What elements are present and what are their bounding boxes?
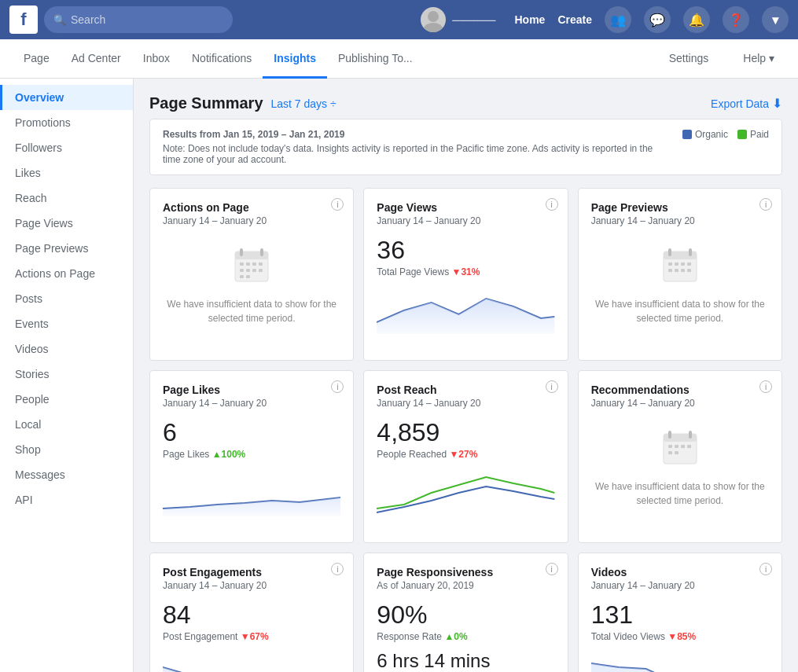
- insufficient-msg: We have insufficient data to show for th…: [163, 297, 340, 325]
- people-icon[interactable]: 👥: [605, 6, 631, 33]
- card-change: ▼85%: [667, 631, 696, 642]
- messenger-icon[interactable]: 💬: [644, 6, 671, 33]
- search-input[interactable]: [71, 13, 223, 26]
- info-icon-likes[interactable]: i: [331, 380, 344, 393]
- svg-point-1: [424, 23, 443, 32]
- svg-rect-6: [240, 263, 244, 266]
- info-icon-actions[interactable]: i: [331, 198, 344, 211]
- svg-rect-19: [689, 248, 692, 256]
- info-icon-responsiveness[interactable]: i: [546, 563, 558, 575]
- page-nav-adcenter[interactable]: Ad Center: [61, 39, 132, 79]
- calendar-icon: [232, 245, 271, 285]
- sidebar-item-people[interactable]: People: [0, 387, 133, 412]
- sidebar-item-overview[interactable]: Overview: [0, 85, 133, 110]
- svg-rect-18: [668, 248, 671, 256]
- page-nav-notifications[interactable]: Notifications: [181, 39, 263, 79]
- card-title: Videos: [591, 566, 769, 578]
- svg-rect-27: [687, 269, 691, 272]
- card-title: Page Views: [377, 201, 554, 214]
- sidebar-item-reach[interactable]: Reach: [0, 185, 133, 211]
- paid-dot: [737, 130, 747, 139]
- info-icon-engagements[interactable]: i: [331, 563, 344, 575]
- page-nav-page[interactable]: Page: [13, 39, 61, 79]
- card-label: Post Engagement ▼67%: [163, 631, 340, 642]
- card-date: January 14 – January 20: [377, 398, 554, 409]
- top-nav: f 🔍 ────── Home Create 👥 💬 🔔 ❓ ▾: [0, 0, 798, 39]
- svg-rect-4: [240, 248, 243, 256]
- sidebar-item-page-views[interactable]: Page Views: [0, 211, 133, 236]
- page-nav-help[interactable]: Help ▾: [732, 39, 785, 79]
- main-content: Page Summary Last 7 days ÷ Export Data ⬇…: [134, 79, 798, 672]
- svg-rect-22: [681, 263, 685, 266]
- info-date-range: Results from Jan 15, 2019 – Jan 21, 2019: [163, 129, 670, 140]
- mini-chart-pagelikes: [163, 469, 340, 516]
- sidebar-item-local[interactable]: Local: [0, 412, 133, 437]
- export-data-button[interactable]: Export Data ⬇: [711, 96, 782, 111]
- card-number: 6: [163, 418, 340, 447]
- info-icon-reach[interactable]: i: [546, 380, 558, 393]
- card-date: January 14 – January 20: [163, 398, 340, 409]
- download-icon: ⬇: [772, 96, 782, 111]
- svg-rect-20: [668, 263, 672, 266]
- svg-rect-11: [246, 269, 250, 272]
- sidebar-item-api[interactable]: API: [0, 487, 133, 512]
- sidebar-item-promotions[interactable]: Promotions: [0, 110, 133, 135]
- card-date: January 14 – January 20: [163, 580, 340, 591]
- svg-rect-23: [687, 263, 691, 266]
- info-icon-pageviews[interactable]: i: [546, 198, 558, 211]
- mini-chart-postreach: [377, 469, 554, 516]
- sidebar-item-stories[interactable]: Stories: [0, 362, 133, 387]
- page-nav-insights[interactable]: Insights: [263, 39, 327, 79]
- page-nav-settings[interactable]: Settings: [658, 39, 720, 79]
- card-title: Recommendations: [591, 384, 769, 396]
- legend-organic: Organic: [682, 129, 728, 140]
- help-icon[interactable]: ❓: [723, 6, 749, 33]
- card-date: January 14 – January 20: [591, 580, 769, 591]
- create-link[interactable]: Create: [557, 13, 592, 26]
- card-label: Page Likes ▲100%: [163, 449, 340, 460]
- bell-icon[interactable]: 🔔: [683, 6, 710, 33]
- calendar-icon: [660, 245, 700, 285]
- info-icon-recommendations[interactable]: i: [759, 380, 772, 393]
- sidebar-item-posts[interactable]: Posts: [0, 286, 133, 311]
- card-title: Page Likes: [163, 384, 340, 396]
- sidebar-item-shop[interactable]: Shop: [0, 437, 133, 462]
- mini-chart-pageviews: [377, 287, 554, 334]
- card-change: ▼27%: [449, 449, 477, 460]
- svg-rect-12: [252, 269, 256, 272]
- sidebar-item-likes[interactable]: Likes: [0, 160, 133, 185]
- sidebar-item-page-previews[interactable]: Page Previews: [0, 236, 133, 261]
- legend-paid: Paid: [737, 129, 769, 140]
- insufficient-msg: We have insufficient data to show for th…: [591, 479, 769, 508]
- nav-user-section: ──────: [421, 7, 495, 32]
- sidebar-item-messages[interactable]: Messages: [0, 462, 133, 487]
- info-banner: Results from Jan 15, 2019 – Jan 21, 2019…: [149, 119, 782, 175]
- page-nav-right: Settings Help ▾: [658, 39, 785, 78]
- card-page-views: i Page Views January 14 – January 20 36 …: [363, 188, 568, 361]
- card-page-likes: i Page Likes January 14 – January 20 6 P…: [149, 370, 354, 543]
- svg-rect-30: [668, 431, 671, 439]
- page-nav-inbox[interactable]: Inbox: [132, 39, 181, 79]
- avatar: [421, 7, 446, 32]
- card-title: Post Reach: [377, 384, 554, 396]
- sidebar-item-videos[interactable]: Videos: [0, 336, 133, 362]
- info-note: Note: Does not include today's data. Ins…: [163, 143, 670, 165]
- svg-rect-13: [259, 269, 263, 272]
- date-range-button[interactable]: Last 7 days ÷: [271, 97, 336, 110]
- home-link[interactable]: Home: [515, 13, 546, 26]
- page-nav-publishing[interactable]: Publishing To...: [327, 39, 424, 79]
- organic-label: Organic: [695, 129, 728, 140]
- search-bar[interactable]: 🔍: [44, 6, 233, 33]
- card-label: People Reached ▼27%: [377, 449, 554, 460]
- sidebar-item-actions-on-page[interactable]: Actions on Page: [0, 261, 133, 286]
- chevron-down-icon[interactable]: ▾: [762, 6, 789, 33]
- info-icon-previews[interactable]: i: [759, 198, 772, 211]
- card-post-reach: i Post Reach January 14 – January 20 4,8…: [363, 370, 568, 543]
- calendar-icon: [660, 428, 700, 467]
- svg-rect-36: [668, 451, 672, 454]
- card-label: Total Video Views ▼85%: [591, 631, 769, 642]
- sidebar-item-events[interactable]: Events: [0, 311, 133, 336]
- cards-grid: i Actions on Page January 14 – January 2…: [149, 188, 782, 672]
- info-icon-videos[interactable]: i: [759, 563, 772, 575]
- sidebar-item-followers[interactable]: Followers: [0, 135, 133, 160]
